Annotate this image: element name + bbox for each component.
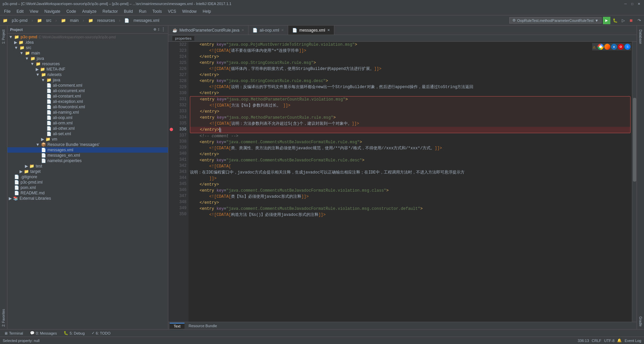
menu-file[interactable]: File bbox=[1, 8, 13, 14]
tree-item-meta-inf[interactable]: ▶ 📁 META-INF bbox=[7, 67, 168, 72]
right-tab-gradle[interactable]: Gradle bbox=[638, 314, 643, 329]
tree-item-ali-constant[interactable]: 📄 ali-constant.xml bbox=[7, 93, 168, 99]
debug-button[interactable]: 🐛 bbox=[612, 17, 618, 24]
tab-messages-xml[interactable]: 📄 messages.xml ✕ bbox=[288, 26, 334, 35]
breadcrumb-icon-xml: 📄 bbox=[123, 17, 131, 24]
tree-item-pom-xml[interactable]: 📄 pom.xml bbox=[7, 185, 168, 190]
tree-item-readme[interactable]: 📄 README.md bbox=[7, 190, 168, 196]
scroll-thumb[interactable] bbox=[633, 98, 636, 182]
right-tab-database[interactable]: Database bbox=[638, 27, 643, 47]
sidebar-tab-favorites[interactable]: 2: Favorites bbox=[1, 306, 6, 329]
tab-close-ali-oop[interactable]: ✕ bbox=[281, 28, 284, 32]
tree-label-ali-orm: ali-orm.xml bbox=[53, 121, 73, 125]
tree-item-ali-concurrent[interactable]: 📄 ali-concurrent.xml bbox=[7, 88, 168, 93]
tab-ali-oop[interactable]: 📄 ali-oop.xml ✕ bbox=[248, 26, 288, 35]
tree-item-resource-bundle[interactable]: ▼ 📦 Resource Bundle 'messages' bbox=[7, 142, 168, 147]
bottom-tab-messages[interactable]: 💬 0: Messages bbox=[27, 330, 60, 336]
menu-run[interactable]: Run bbox=[136, 8, 149, 14]
tree-item-vm[interactable]: ▶ 📁 vm bbox=[7, 137, 168, 142]
menu-help[interactable]: Help bbox=[200, 8, 214, 14]
menu-view[interactable]: View bbox=[27, 8, 41, 14]
menu-code[interactable]: Code bbox=[64, 8, 79, 14]
breadcrumb-src[interactable]: src bbox=[45, 17, 53, 24]
menu-vcs[interactable]: VCS bbox=[165, 8, 179, 14]
tab-close-method[interactable]: ✕ bbox=[241, 28, 244, 32]
bottom-tab-debug[interactable]: 🐛 5: Debug bbox=[61, 330, 88, 336]
opera-icon[interactable]: O bbox=[618, 44, 624, 50]
ln-348: 348 bbox=[174, 199, 187, 205]
event-log-icon: 🔔 bbox=[617, 338, 622, 343]
maximize-button[interactable]: □ bbox=[630, 1, 635, 6]
tree-item-ali-orm[interactable]: 📄 ali-orm.xml bbox=[7, 120, 168, 126]
editor-scrollbar[interactable]: ⚠ e O S bbox=[632, 42, 637, 322]
breadcrumb-resources[interactable]: resources bbox=[96, 17, 116, 24]
menu-tools[interactable]: Tools bbox=[150, 8, 165, 14]
editor-sub-tab-resource-bundle[interactable]: Resource Bundle bbox=[184, 323, 221, 329]
tree-item-messages-en-xml[interactable]: 📄 messages_en.xml bbox=[7, 153, 168, 158]
run-coverage-button[interactable]: ▷ bbox=[620, 17, 626, 24]
safari-icon[interactable]: S bbox=[624, 44, 631, 50]
event-log-label[interactable]: Event Log bbox=[624, 339, 641, 343]
tree-item-ali-comment[interactable]: 📄 ali-comment.xml bbox=[7, 83, 168, 88]
bottom-tab-todo[interactable]: ✓ 6: TODO bbox=[89, 330, 113, 336]
project-collapse-icon[interactable]: ↕ bbox=[158, 27, 160, 32]
menu-analyze[interactable]: Analyze bbox=[79, 8, 99, 14]
ie-icon[interactable]: e bbox=[611, 44, 617, 50]
step-over-button[interactable]: ↷ bbox=[636, 17, 643, 24]
chrome-icon[interactable] bbox=[598, 44, 604, 50]
tree-item-src[interactable]: ▼ 📁 src bbox=[7, 45, 168, 50]
status-position[interactable]: 336:13 bbox=[578, 339, 589, 343]
minimize-button[interactable]: ─ bbox=[623, 1, 628, 6]
tree-item-resources[interactable]: ▼ 📁 resources bbox=[7, 61, 168, 67]
tree-label-p3c-pmd: p3c-pmd bbox=[21, 35, 37, 39]
tree-item-namelist[interactable]: 📄 namelist.properties bbox=[7, 158, 168, 163]
tree-item-ali-set[interactable]: 📄 ali-set.xml bbox=[7, 131, 168, 137]
messages-icon: 💬 bbox=[30, 331, 35, 335]
editor-sub-tab-text[interactable]: Text bbox=[170, 323, 184, 329]
run-button[interactable]: ▶ bbox=[603, 17, 610, 24]
tree-item-idea[interactable]: ▶ 📁 .idea bbox=[7, 40, 168, 45]
menu-refactor[interactable]: Refactor bbox=[100, 8, 121, 14]
run-config-selector[interactable]: ⚙ OopRuleTest.methodParameterCountRuleTe… bbox=[509, 17, 602, 24]
stop-button[interactable]: ⏹ bbox=[628, 17, 635, 24]
menu-navigate[interactable]: Navigate bbox=[42, 8, 63, 14]
tree-item-ali-other[interactable]: 📄 ali-other.xml bbox=[7, 126, 168, 131]
tree-item-test[interactable]: ▶ 📁 test bbox=[7, 163, 168, 169]
tree-item-p3c-pmd[interactable]: ▼ 📁 p3c-pmd C:\Work\JavaWorkspace\open-s… bbox=[7, 34, 168, 40]
firefox-icon[interactable] bbox=[604, 44, 610, 50]
code-line-334: <entry key="java.oop.MethodParameterCoun… bbox=[190, 115, 630, 121]
tab-method-param-count[interactable]: ☕ MethodParameterCountRule.java ✕ bbox=[168, 26, 248, 35]
status-crlf[interactable]: CRLF bbox=[592, 339, 602, 343]
bottom-tab-terminal[interactable]: 🖥 Terminal bbox=[1, 331, 26, 336]
tree-item-ali-naming[interactable]: 📄 ali-naming.xml bbox=[7, 110, 168, 115]
project-settings-icon[interactable]: ⋮ bbox=[161, 27, 165, 32]
gutter-347 bbox=[168, 193, 174, 199]
project-sync-icon[interactable]: ⚙ bbox=[154, 27, 156, 32]
tab-close-messages[interactable]: ✕ bbox=[327, 28, 330, 32]
ln-335: 335 bbox=[174, 120, 187, 126]
sidebar-tab-project[interactable]: 1: Project bbox=[1, 27, 6, 46]
tree-item-ali-exception[interactable]: 📄 ali-exception.xml bbox=[7, 99, 168, 104]
tree-item-target[interactable]: ▶ 📁 target bbox=[7, 169, 168, 174]
code-line-330: </entry> bbox=[190, 90, 631, 96]
menu-window[interactable]: Window bbox=[179, 8, 199, 14]
menu-build[interactable]: Build bbox=[121, 8, 136, 14]
tree-item-gitignore[interactable]: 📄 .gitignore bbox=[7, 174, 168, 180]
tree-item-ali-flowcontrol[interactable]: 📄 ali-flowcontrol.xml bbox=[7, 104, 168, 110]
breadcrumb-main[interactable]: main bbox=[69, 17, 80, 24]
tree-item-main[interactable]: ▼ 📁 main bbox=[7, 50, 168, 56]
tree-item-ali-oop[interactable]: 📄 ali-oop.xml bbox=[7, 115, 168, 120]
ln-330: 330 bbox=[174, 90, 187, 96]
tree-item-p3c-iml[interactable]: 📄 p3c-pmd.iml bbox=[7, 180, 168, 185]
breadcrumb-pmd[interactable]: p3c-pmd bbox=[10, 17, 29, 24]
breadcrumb-messages-xml[interactable]: messages.xml bbox=[132, 17, 161, 24]
close-button[interactable]: ✕ bbox=[637, 1, 641, 6]
tree-item-messages-xml[interactable]: 📄 messages.xml bbox=[7, 147, 168, 153]
tree-item-external-libs[interactable]: ▶ 📚 External Libraries bbox=[7, 196, 168, 201]
status-charset[interactable]: UTF-8 bbox=[604, 339, 614, 343]
properties-label[interactable]: properties bbox=[172, 36, 194, 41]
tree-item-rulesets[interactable]: ▼ 📁 rulesets bbox=[7, 72, 168, 77]
tree-item-java2[interactable]: ▼ 📁 java bbox=[7, 77, 168, 83]
menu-edit[interactable]: Edit bbox=[14, 8, 26, 14]
tree-item-java[interactable]: ▼ 📁 java bbox=[7, 56, 168, 61]
